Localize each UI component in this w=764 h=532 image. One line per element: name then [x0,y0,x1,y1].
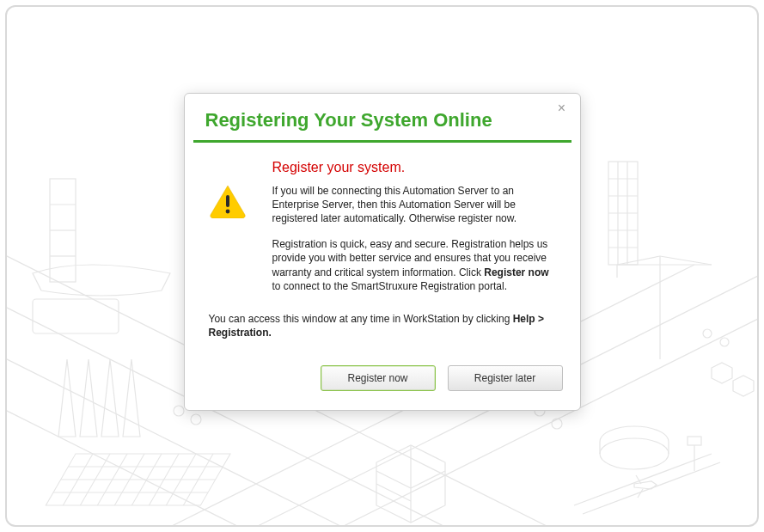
svg-line-25 [376,471,411,488]
svg-point-53 [225,210,229,214]
close-button[interactable]: × [556,102,568,114]
dialog-title: Registering Your System Online [185,94,580,140]
registration-dialog: × Registering Your System Online Registe… [184,93,581,411]
paragraph-2: Registration is quick, easy and secure. … [272,237,556,293]
footer-note-pre: You can access this window at any time i… [209,313,513,325]
button-row: Register now Register later [185,346,580,410]
register-later-button[interactable]: Register later [448,365,563,391]
svg-point-49 [552,419,562,429]
register-now-button[interactable]: Register now [321,365,436,391]
svg-line-27 [411,471,445,488]
svg-point-51 [720,338,729,346]
svg-point-46 [174,406,184,416]
warning-icon [209,206,247,221]
svg-point-41 [600,438,669,469]
app-window: × Registering Your System Online Registe… [5,5,759,527]
svg-point-50 [703,329,712,338]
paragraph-2-bold: Register now [484,266,548,278]
dialog-body: Register your system. If you will be con… [185,143,580,346]
footer-note: You can access this window at any time i… [209,312,556,339]
paragraph-1: If you will be connecting this Automatio… [272,184,556,226]
svg-rect-45 [688,437,701,445]
paragraph-2-post: to connect to the SmartStruxure Registra… [272,280,507,292]
svg-line-26 [376,484,411,501]
dialog-subheading: Register your system. [272,158,556,177]
svg-rect-11 [33,299,119,333]
svg-line-39 [617,256,660,265]
svg-line-40 [660,256,712,265]
svg-point-47 [191,414,201,425]
svg-line-42 [636,475,641,484]
svg-rect-52 [226,195,229,207]
